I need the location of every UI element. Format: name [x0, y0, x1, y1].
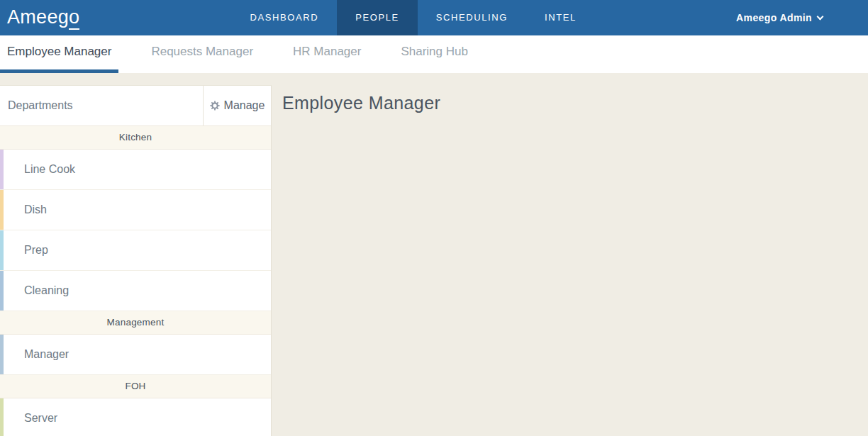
- logo-text-underlined: o: [69, 6, 79, 30]
- department-color-stripe: [0, 190, 4, 230]
- nav-tab-people[interactable]: PEOPLE: [337, 0, 418, 35]
- department-color-stripe: [0, 271, 4, 311]
- subnav-tab-employee-manager[interactable]: Employee Manager: [0, 35, 118, 73]
- departments-panel: Departments Manage: [0, 85, 272, 436]
- departments-title: Departments: [0, 86, 203, 125]
- user-menu-label: Ameego Admin: [736, 12, 812, 23]
- department-group-header-management: Management: [0, 311, 271, 335]
- department-row-server[interactable]: Server: [0, 398, 271, 436]
- ameego-logo[interactable]: Ameego: [0, 0, 79, 35]
- departments-list: KitchenLine CookDishPrepCleaningManageme…: [0, 126, 271, 436]
- department-row-label: Line Cook: [0, 163, 75, 175]
- subnav-tab-sharing-hub[interactable]: Sharing Hub: [394, 35, 475, 73]
- department-color-stripe: [0, 335, 4, 374]
- nav-tab-dashboard[interactable]: DASHBOARD: [231, 0, 337, 35]
- user-menu[interactable]: Ameego Admin: [736, 0, 868, 35]
- gear-icon: [210, 101, 220, 111]
- department-color-stripe: [0, 230, 4, 270]
- department-color-stripe: [0, 398, 4, 436]
- subnav-tab-hr-manager[interactable]: HR Manager: [286, 35, 368, 73]
- department-row-label: Cleaning: [0, 284, 69, 296]
- departments-panel-header: Departments Manage: [0, 86, 271, 126]
- nav-tab-intel[interactable]: INTEL: [526, 0, 595, 35]
- department-color-stripe: [0, 150, 4, 189]
- department-group-header-kitchen: Kitchen: [0, 126, 271, 150]
- primary-nav: DASHBOARDPEOPLESCHEDULINGINTEL: [231, 0, 594, 35]
- content-area: Employee Manager Departments: [0, 73, 868, 436]
- nav-tab-scheduling[interactable]: SCHEDULING: [418, 0, 526, 35]
- department-group-header-foh: FOH: [0, 375, 271, 398]
- department-row-label: Dish: [0, 203, 47, 216]
- department-row-label: Manager: [0, 348, 69, 360]
- secondary-nav: Employee ManagerRequests ManagerHR Manag…: [0, 35, 868, 73]
- department-row-label: Server: [0, 412, 57, 424]
- manage-departments-button[interactable]: Manage: [203, 86, 271, 125]
- department-row-manager[interactable]: Manager: [0, 335, 271, 375]
- department-row-line-cook[interactable]: Line Cook: [0, 150, 271, 190]
- department-row-prep[interactable]: Prep: [0, 230, 271, 271]
- subnav-tab-requests-manager[interactable]: Requests Manager: [144, 35, 260, 73]
- manage-button-label: Manage: [224, 99, 265, 112]
- page-title: Employee Manager: [282, 93, 440, 113]
- department-row-label: Prep: [0, 244, 48, 256]
- department-row-cleaning[interactable]: Cleaning: [0, 271, 271, 311]
- top-navigation-bar: Ameego DASHBOARDPEOPLESCHEDULINGINTEL Am…: [0, 0, 868, 35]
- chevron-down-icon: [817, 13, 824, 20]
- department-row-dish[interactable]: Dish: [0, 190, 271, 230]
- logo-text: Ameeg: [7, 6, 69, 28]
